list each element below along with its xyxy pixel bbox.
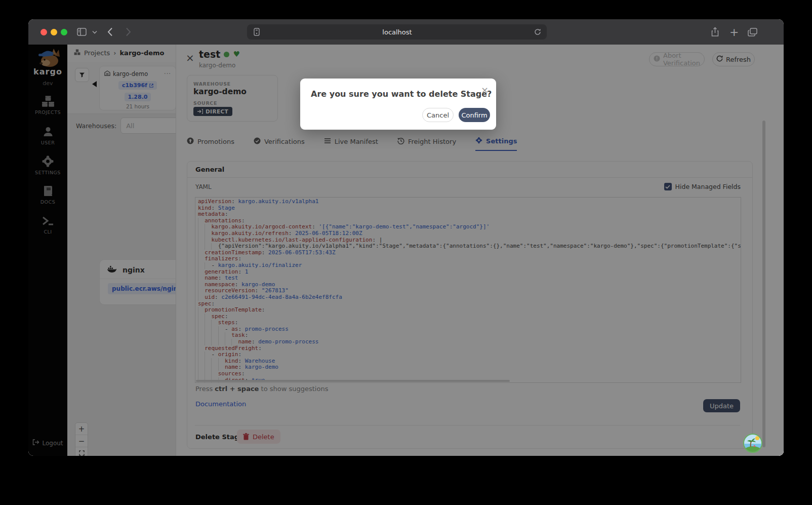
window-close-button[interactable] [40, 29, 47, 35]
delete-confirm-modal: Are you sure you want to delete Stage? ×… [300, 79, 496, 130]
new-tab-icon[interactable]: + [729, 19, 739, 45]
chevron-down-icon[interactable] [92, 19, 97, 45]
window-zoom-button[interactable] [61, 29, 67, 35]
url-text: localhost [260, 28, 534, 36]
window-minimize-button[interactable] [51, 29, 57, 35]
confirm-button[interactable]: Confirm [459, 108, 490, 122]
browser-window: localhost + [28, 19, 784, 456]
share-icon[interactable] [711, 19, 719, 45]
island-widget[interactable] [743, 434, 762, 453]
site-settings-icon[interactable] [253, 28, 260, 36]
cancel-button[interactable]: Cancel [422, 108, 454, 122]
reload-icon[interactable] [534, 28, 541, 35]
modal-title: Are you sure you want to delete Stage? [311, 89, 492, 99]
tabs-overview-icon[interactable] [748, 19, 757, 45]
close-icon[interactable]: × [481, 86, 489, 95]
forward-button[interactable] [126, 19, 131, 45]
address-bar[interactable]: localhost [247, 24, 547, 40]
tropical-island-icon [744, 435, 761, 452]
sidebar-toggle-icon[interactable] [77, 19, 87, 45]
browser-toolbar: localhost + [28, 19, 784, 45]
back-button[interactable] [107, 19, 113, 45]
page-content: kargo dev PROJECTS USER SETTINGS DOCS CL… [28, 45, 784, 456]
desktop: localhost + [0, 0, 812, 505]
